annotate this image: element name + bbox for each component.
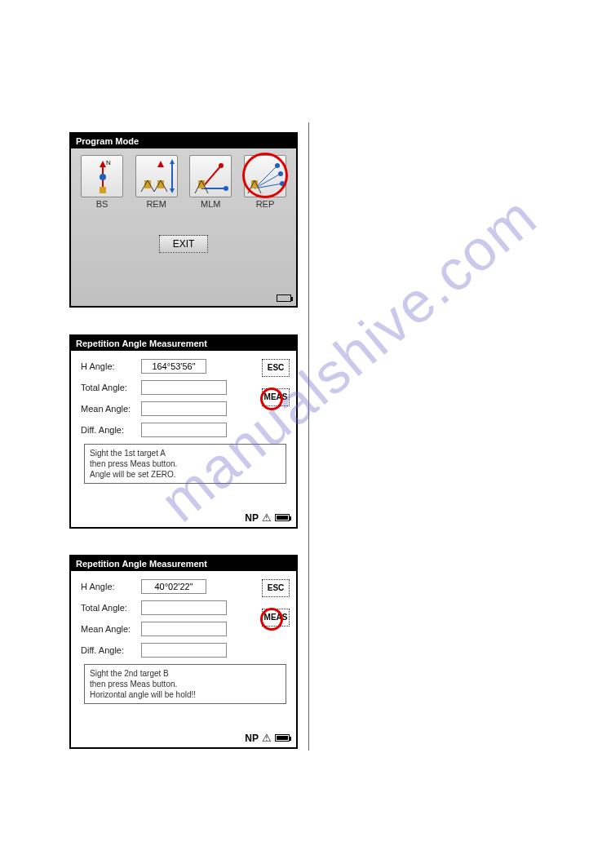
instruction-box: Sight the 2nd target B then press Meas b…: [84, 664, 286, 704]
np-indicator: NP: [245, 733, 259, 744]
total-angle-value: [141, 380, 227, 395]
repetition-panel-2: Repetition Angle Measurement H Angle: 40…: [69, 555, 298, 749]
panel-title: Repetition Angle Measurement: [71, 336, 296, 351]
mode-item-rep[interactable]: REP: [244, 155, 286, 209]
total-angle-label: Total Angle:: [81, 603, 136, 613]
highlight-circle-icon: [260, 388, 283, 410]
bs-icon: N: [81, 155, 123, 197]
highlight-circle-icon: [260, 608, 283, 631]
h-angle-value: 164°53'56": [141, 359, 206, 374]
total-angle-label: Total Angle:: [81, 383, 136, 392]
svg-text:N: N: [106, 159, 111, 166]
highlight-circle-icon: [242, 153, 288, 198]
esc-button[interactable]: ESC: [262, 359, 290, 377]
repetition-panel-1: Repetition Angle Measurement H Angle: 16…: [69, 334, 298, 529]
rem-icon: [135, 155, 178, 197]
program-mode-panel: Program Mode N BS: [69, 132, 298, 308]
mean-angle-label: Mean Angle:: [81, 404, 136, 414]
diff-angle-value: [141, 643, 227, 658]
battery-icon: [275, 734, 290, 742]
battery-icon: [277, 294, 291, 303]
h-angle-value: 40°02'22": [141, 579, 206, 594]
svg-marker-8: [170, 188, 175, 193]
svg-point-2: [100, 174, 106, 180]
mode-label: BS: [96, 199, 108, 209]
exit-button[interactable]: EXIT: [159, 235, 208, 253]
h-angle-label: H Angle:: [81, 361, 136, 371]
mode-item-bs[interactable]: N BS: [81, 155, 123, 209]
svg-rect-3: [100, 187, 106, 193]
total-angle-value: [141, 600, 227, 615]
mode-label: MLM: [201, 199, 220, 209]
esc-button[interactable]: ESC: [262, 579, 290, 597]
warning-icon: ⚠: [262, 732, 272, 744]
mean-angle-label: Mean Angle:: [81, 624, 136, 634]
battery-icon: [275, 514, 290, 521]
mode-label: REP: [256, 199, 275, 209]
h-angle-label: H Angle:: [81, 582, 136, 591]
diff-angle-label: Diff. Angle:: [81, 645, 136, 655]
svg-marker-7: [170, 159, 175, 164]
mean-angle-value: [141, 622, 227, 636]
status-bar: NP ⚠: [245, 512, 290, 524]
svg-point-18: [224, 186, 228, 191]
meas-button[interactable]: MEAS: [262, 609, 290, 627]
diff-angle-label: Diff. Angle:: [81, 425, 136, 435]
panel-title: Program Mode: [71, 134, 296, 148]
diff-angle-value: [141, 423, 227, 437]
status-bar: NP ⚠: [245, 732, 290, 744]
mlm-icon: [189, 155, 232, 197]
mode-label: REM: [146, 199, 166, 209]
meas-button[interactable]: MEAS: [262, 388, 290, 406]
mode-item-mlm[interactable]: MLM: [189, 155, 232, 209]
instruction-box: Sight the 1st target A then press Meas b…: [84, 444, 286, 484]
svg-point-17: [219, 163, 224, 168]
panel-title: Repetition Angle Measurement: [71, 556, 296, 571]
mean-angle-value: [141, 401, 227, 416]
warning-icon: ⚠: [262, 512, 272, 524]
rep-icon: [244, 155, 286, 197]
vertical-divider: [308, 122, 309, 751]
np-indicator: NP: [245, 512, 259, 524]
mode-item-rem[interactable]: REM: [135, 155, 178, 209]
svg-marker-1: [100, 161, 106, 167]
mode-row: N BS: [74, 152, 293, 212]
svg-marker-5: [157, 161, 164, 167]
